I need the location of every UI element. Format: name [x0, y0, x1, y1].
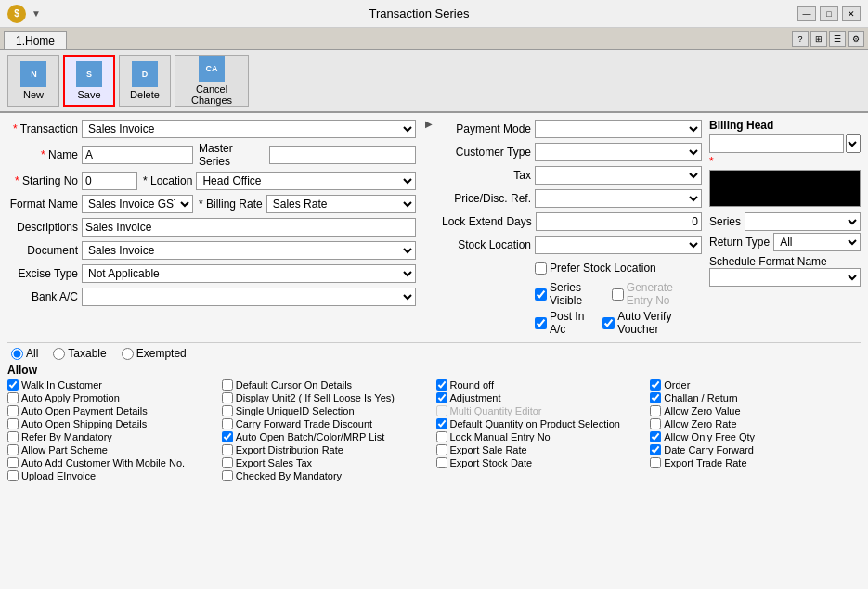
allow-checkbox-challan[interactable]	[650, 392, 661, 403]
return-type-select[interactable]: All	[773, 233, 861, 251]
grid-icon[interactable]: ⊞	[810, 31, 827, 47]
allow-checkbox-exportSalesTax[interactable]	[222, 457, 233, 468]
auto-verify-checkbox[interactable]	[602, 317, 615, 329]
quick-access-arrow: ▼	[32, 8, 41, 19]
price-disc-row: Price/Disc. Ref.	[442, 188, 702, 209]
cancel-button[interactable]: CA Cancel Changes	[175, 55, 249, 107]
document-select[interactable]: Sales Invoice	[82, 241, 416, 260]
list-icon[interactable]: ☰	[829, 31, 846, 47]
allow-checkbox-singleUnique[interactable]	[222, 405, 233, 416]
allow-label-dateCarryForward: Date Carry Forward	[664, 444, 754, 455]
billing-head-dropdown[interactable]	[846, 134, 861, 153]
bank-label: Bank A/C	[7, 290, 82, 303]
radio-all[interactable]: All	[11, 347, 38, 360]
allow-item-adjustment: Adjustment	[436, 392, 647, 403]
master-series-input[interactable]	[269, 146, 416, 164]
title-bar: $ ▼ Transaction Series — □ ✕	[0, 0, 868, 28]
starting-no-input[interactable]	[82, 172, 137, 190]
allow-checkbox-autoOpenPayment[interactable]	[7, 405, 19, 416]
tab-home[interactable]: 1.Home	[4, 31, 67, 49]
excise-select[interactable]: Not Applicable	[82, 264, 416, 283]
help-icon[interactable]: ?	[792, 31, 809, 47]
allow-checkbox-allowZeroRate[interactable]	[650, 418, 661, 429]
price-disc-label: Price/Disc. Ref.	[442, 192, 535, 205]
allow-checkbox-adjustment[interactable]	[436, 392, 447, 403]
allow-checkbox-walkIn[interactable]	[7, 379, 19, 391]
allow-checkbox-exportTradeRate[interactable]	[650, 457, 661, 468]
allow-checkbox-roundOff[interactable]	[436, 379, 447, 391]
allow-label-multiQty: Multi Quantity Editor	[450, 405, 542, 416]
allow-checkbox-exportStockDate[interactable]	[436, 457, 447, 468]
prefer-stock-checkbox[interactable]	[535, 262, 547, 275]
allow-checkbox-multiQty[interactable]	[436, 405, 447, 416]
billing-rate-select[interactable]: Sales Rate	[266, 195, 416, 213]
allow-checkbox-checkedByMandatory[interactable]	[222, 470, 233, 481]
allow-checkbox-exportSaleRate[interactable]	[436, 444, 447, 455]
allow-checkbox-exportDist[interactable]	[222, 444, 233, 455]
allow-label-exportTradeRate: Export Trade Rate	[664, 457, 746, 468]
allow-checkbox-lockManual[interactable]	[436, 431, 447, 442]
settings-icon[interactable]: ⚙	[848, 31, 864, 47]
allow-label-autoOpenShipping: Auto Open Shipping Details	[21, 418, 147, 429]
allow-checkbox-autoAddCustomer[interactable]	[7, 457, 19, 468]
lock-extend-input[interactable]	[536, 212, 702, 231]
allow-checkbox-allowOnlyFree[interactable]	[650, 431, 661, 442]
allow-checkbox-allowZeroValue[interactable]	[650, 405, 661, 416]
allow-item-defaultQty: Default Quantity on Product Selection	[436, 418, 647, 429]
schedule-format-select[interactable]	[709, 268, 861, 287]
customer-type-select[interactable]	[535, 143, 702, 161]
allow-item-walkIn: Walk In Customer	[7, 379, 218, 391]
allow-checkbox-carryForward[interactable]	[222, 418, 233, 429]
payment-mode-select[interactable]	[535, 120, 702, 138]
allow-checkbox-allowPart[interactable]	[7, 444, 19, 455]
billing-head-box	[709, 170, 861, 207]
main-content: Transaction Sales Invoice Name Master Se…	[0, 113, 868, 589]
new-button[interactable]: N New	[7, 55, 59, 107]
name-input[interactable]	[82, 146, 193, 164]
allow-label-order: Order	[664, 379, 690, 391]
radio-exempted-input[interactable]	[122, 348, 134, 360]
allow-label: Allow	[7, 364, 861, 377]
close-button[interactable]: ✕	[842, 6, 861, 21]
allow-checkbox-uploadEInvoice[interactable]	[7, 470, 19, 481]
allow-checkbox-defaultQty[interactable]	[436, 418, 447, 429]
tab-bar: 1.Home ? ⊞ ☰ ⚙	[0, 28, 868, 50]
save-button[interactable]: S Save	[63, 55, 115, 107]
allow-section: Allow Walk In CustomerDefault Cursor On …	[7, 364, 861, 481]
allow-checkbox-defaultCursor[interactable]	[222, 379, 233, 391]
bank-select[interactable]	[82, 288, 416, 306]
allow-checkbox-autoApply[interactable]	[7, 392, 19, 403]
radio-taxable[interactable]: Taxable	[53, 347, 106, 360]
price-disc-select[interactable]	[535, 189, 702, 208]
format-select[interactable]: Sales Invoice GST2	[82, 195, 193, 213]
tax-select[interactable]	[535, 166, 702, 185]
allow-checkbox-dateCarryForward[interactable]	[650, 444, 661, 455]
allow-item-displayUnit2: Display Unit2 ( If Sell Loose Is Yes)	[222, 392, 433, 403]
radio-taxable-input[interactable]	[53, 348, 65, 360]
allow-checkbox-autoOpenShipping[interactable]	[7, 418, 19, 429]
stock-location-select[interactable]	[535, 236, 702, 254]
billing-head-input[interactable]	[709, 134, 844, 153]
delete-button[interactable]: D Delete	[119, 55, 171, 107]
minimize-button[interactable]: —	[797, 6, 816, 21]
excise-label: Excise Type	[7, 267, 82, 280]
stock-location-label: Stock Location	[442, 238, 535, 251]
radio-exempted-label: Exempted	[136, 347, 187, 360]
allow-checkbox-order[interactable]	[650, 379, 661, 391]
allow-checkbox-displayUnit2[interactable]	[222, 392, 233, 403]
allow-checkbox-referBy[interactable]	[7, 431, 19, 442]
maximize-button[interactable]: □	[820, 6, 838, 21]
series-visible-checkbox[interactable]	[535, 288, 547, 301]
radio-exempted[interactable]: Exempted	[122, 347, 187, 360]
series-select[interactable]	[745, 212, 861, 231]
allow-checkbox-autoBatch[interactable]	[222, 431, 233, 442]
allow-label-checkedByMandatory: Checked By Mandatory	[236, 470, 342, 481]
window-title: Transaction Series	[41, 6, 797, 20]
generate-entry-checkbox[interactable]	[612, 288, 624, 301]
location-select[interactable]: Head Office	[196, 172, 416, 190]
allow-item-uploadEInvoice: Upload EInvoice	[7, 470, 218, 481]
transaction-select[interactable]: Sales Invoice	[82, 120, 416, 138]
descriptions-input[interactable]	[82, 218, 416, 237]
post-ac-checkbox[interactable]	[535, 317, 547, 329]
radio-all-input[interactable]	[11, 348, 23, 360]
